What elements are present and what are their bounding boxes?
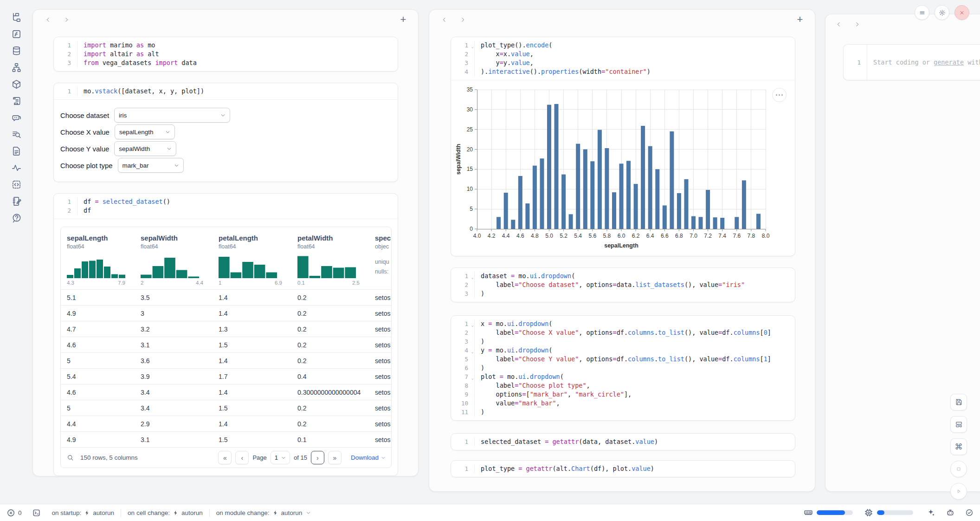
new-cell-editor[interactable]: 1 Start coding or generate with AI — [843, 44, 980, 80]
save-button[interactable] — [950, 394, 967, 410]
code-editor-vstack[interactable]: 1mo.vstack([dataset, x, y, plot]) — [54, 83, 398, 99]
table-row[interactable]: 5.43.91.70.4setos — [61, 368, 391, 384]
scroll-right-button[interactable] — [456, 13, 469, 26]
next-page-button[interactable]: › — [311, 451, 324, 464]
autorun-setting[interactable]: on startup:autorun — [52, 509, 115, 516]
table-row[interactable]: 4.63.11.50.2setos — [61, 337, 391, 352]
sidebar-item-snippets-document[interactable] — [11, 146, 22, 156]
table-row[interactable]: 4.42.91.40.2setos — [61, 416, 391, 431]
table-row[interactable]: 4.93.11.50.1setos — [61, 431, 391, 447]
table-row[interactable]: 4.931.40.2setos — [61, 305, 391, 321]
svg-text:7.2: 7.2 — [704, 233, 712, 239]
code-cell-chart: 1⌄plot_type().encode(2 x=x.value,3 y=y.v… — [451, 37, 795, 256]
code-editor-selected[interactable]: 1selected_dataset = getattr(data, datase… — [451, 434, 795, 450]
errors-indicator[interactable]: 0 — [6, 508, 22, 517]
table-row[interactable]: 4.73.21.30.2setos — [61, 321, 391, 337]
sidebar-item-code-block[interactable] — [11, 179, 22, 190]
sidebar-item-logs-search[interactable] — [11, 129, 22, 140]
altair-bar-chart[interactable]: 4.04.24.44.64.85.05.25.45.65.86.06.26.46… — [454, 86, 790, 254]
column-header[interactable]: speciobjecuniqunulls: — [369, 234, 391, 286]
sidebar-item-chat-assistant[interactable] — [11, 112, 22, 123]
code-editor-dataframe[interactable]: 1df = selected_dataset()2df — [54, 194, 398, 219]
scroll-left-button[interactable] — [438, 13, 451, 26]
generate-with-ai-link[interactable]: generate — [934, 59, 964, 66]
dropdown-choose-plot-type[interactable]: mark_bar — [118, 158, 184, 173]
code-editor-plottype[interactable]: 1plot_type = getattr(alt.Chart(df), plot… — [451, 461, 795, 477]
scroll-right-button[interactable] — [60, 13, 73, 26]
svg-text:sepalLength: sepalLength — [604, 242, 638, 249]
svg-text:6.4: 6.4 — [646, 233, 654, 239]
table-cell: 0.2 — [291, 294, 369, 301]
table-cell: setos — [369, 294, 391, 301]
code-editor-chart[interactable]: 1⌄plot_type().encode(2 x=x.value,3 y=y.v… — [451, 37, 795, 80]
terminal-button[interactable] — [32, 508, 41, 517]
dropdown-choose-dataset[interactable]: iris — [114, 108, 230, 123]
connection-status-button[interactable] — [965, 508, 974, 517]
settings-button[interactable] — [935, 5, 949, 20]
scroll-left-button[interactable] — [832, 18, 845, 31]
autorun-setting[interactable]: on cell change:autorun — [128, 509, 203, 516]
chevron-down-icon — [167, 146, 172, 151]
autorun-setting[interactable]: on module change:autorun — [216, 509, 311, 516]
scroll-left-button[interactable] — [41, 13, 54, 26]
table-row[interactable]: 4.63.41.40.3000000000000004setos — [61, 384, 391, 400]
sidebar-item-dependency-graph[interactable] — [11, 62, 22, 73]
sidebar-item-documentation-scroll[interactable] — [11, 96, 22, 106]
code-editor-dataset[interactable]: 1⌄dataset = mo.ui.dropdown(2 label="Choo… — [451, 268, 795, 302]
add-cell-button[interactable]: + — [793, 13, 806, 26]
stop-button[interactable] — [950, 461, 967, 477]
dropdown-choose-x-value[interactable]: sepalLength — [115, 124, 175, 139]
column-header[interactable]: sepalLengthfloat644.37.9 — [61, 234, 135, 286]
add-cell-button[interactable]: + — [397, 13, 410, 26]
command-palette-button[interactable]: ⌘ — [950, 438, 967, 455]
dropdown-choose-y-value[interactable]: sepalWidth — [114, 141, 176, 156]
chevron-down-icon — [220, 113, 226, 118]
svg-text:sepalWidth: sepalWidth — [455, 144, 462, 175]
scroll-right-button[interactable] — [851, 18, 864, 31]
notebook-column-2: + 1⌄plot_type().encode(2 x=x.value,3 y=y… — [429, 9, 815, 492]
column-header[interactable]: petalLengthfloat6416.9 — [213, 234, 291, 286]
assistant-button[interactable] — [946, 508, 955, 517]
sidebar-item-activity-pulse[interactable] — [11, 163, 22, 173]
table-row[interactable]: 53.61.40.2setos — [61, 352, 391, 368]
ai-sparkles-button[interactable] — [926, 508, 935, 517]
table-row[interactable]: 53.41.50.2setos — [61, 400, 391, 416]
svg-text:6.6: 6.6 — [661, 233, 669, 239]
sidebar-item-package[interactable] — [11, 79, 22, 90]
prev-page-button[interactable]: ‹ — [235, 451, 249, 464]
sidebar-item-help[interactable] — [11, 213, 22, 223]
sidebar-item-file-tree[interactable] — [11, 12, 22, 23]
code-editor-xyplot[interactable]: 1⌄x = mo.ui.dropdown(2 label="Choose X v… — [451, 316, 795, 420]
last-page-button[interactable]: » — [328, 451, 342, 464]
table-cell: setos — [369, 310, 391, 317]
table-cell: 3.1 — [135, 436, 213, 443]
download-button[interactable]: Download — [351, 454, 386, 461]
chart-actions-button[interactable] — [772, 88, 787, 102]
shutdown-button[interactable] — [954, 5, 969, 20]
line-number: 5 — [451, 355, 475, 364]
column-header[interactable]: sepalWidthfloat6424.4 — [135, 234, 213, 286]
cpu-icon — [864, 508, 873, 517]
chevron-down-icon — [281, 456, 286, 460]
divider — [209, 509, 210, 517]
layout-button[interactable] — [950, 416, 967, 433]
column-header[interactable]: petalWidthfloat640.12.5 — [291, 234, 369, 286]
dropdown-value: iris — [119, 112, 127, 119]
run-button[interactable] — [950, 483, 967, 500]
page-label: Page — [252, 454, 266, 461]
table-cell: setos — [369, 326, 391, 333]
first-page-button[interactable]: « — [218, 451, 232, 464]
page-select[interactable]: 1 — [271, 451, 290, 464]
sidebar-item-database[interactable] — [11, 46, 22, 56]
svg-text:7.4: 7.4 — [718, 233, 726, 239]
search-icon[interactable] — [66, 454, 74, 462]
table-row[interactable]: 5.13.51.40.2setos — [61, 289, 391, 305]
line-number: 2 — [54, 50, 77, 59]
code-editor-imports[interactable]: 1import marimo as mo2import altair as al… — [54, 37, 398, 71]
table-cell: setos — [369, 436, 391, 443]
menu-button[interactable] — [915, 5, 929, 20]
sidebar-item-scratchpad[interactable] — [11, 196, 22, 207]
line-number: 2 — [54, 206, 77, 215]
sidebar-item-function-square[interactable] — [11, 29, 22, 39]
table-summary: 150 rows, 5 columns — [80, 454, 138, 461]
